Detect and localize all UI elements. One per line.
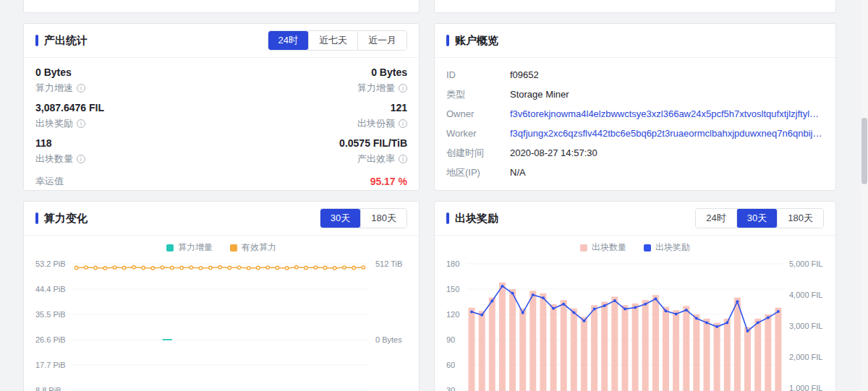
metric-value: 121 xyxy=(221,102,407,114)
svg-text:30: 30 xyxy=(446,386,455,391)
output-stats-grid: 0 Bytes 算力增速i 0 Bytes 算力增量i 3,087.6476 F… xyxy=(24,58,419,166)
metric-label: 算力增速i xyxy=(35,82,221,95)
account-overview-title: 账户概览 xyxy=(446,34,498,48)
svg-text:35.5 PiB: 35.5 PiB xyxy=(35,310,66,319)
power-chart-card: 算力变化 30天 180天 算力增量 有效算力 53.2 PiB44.4 PiB… xyxy=(23,201,420,391)
svg-text:0 Bytes: 0 Bytes xyxy=(375,335,402,344)
svg-text:53.2 PiB: 53.2 PiB xyxy=(35,259,66,268)
tab-reward-180d[interactable]: 180天 xyxy=(777,209,823,228)
previous-card-partial-left xyxy=(23,0,420,13)
metric-value: 0 Bytes xyxy=(35,66,221,79)
metric-label: 算力增量i xyxy=(221,82,407,95)
tab-output-7d[interactable]: 近七天 xyxy=(308,31,357,50)
svg-text:150: 150 xyxy=(446,285,459,293)
scrollbar-track[interactable] xyxy=(861,0,868,391)
account-rows: ID f09652 类型 Storage Miner Owner f3v6tor… xyxy=(435,58,835,182)
svg-text:120: 120 xyxy=(446,310,459,319)
tab-output-1m[interactable]: 近一月 xyxy=(357,31,407,50)
worker-address-link[interactable]: f3qfjungx2xc6qzsflv442tbc6e5bq6p2t3ruaeo… xyxy=(510,128,824,139)
reward-chart-card: 出块奖励 24时 30天 180天 出块数量 出块奖励 1801501209 xyxy=(434,201,836,391)
info-icon[interactable]: i xyxy=(77,119,85,128)
tab-output-24h[interactable]: 24时 xyxy=(268,31,308,50)
info-icon[interactable]: i xyxy=(399,84,407,93)
metric-value: 3,087.6476 FIL xyxy=(35,102,221,114)
luck-row: 幸运值 95.17 % xyxy=(24,166,419,197)
metric-block-rewards: 3,087.6476 FIL 出块奖励i xyxy=(35,102,221,130)
dashboard-page: 产出统计 24时 近七天 近一月 0 Bytes 算力增速i 0 Bytes xyxy=(0,0,868,391)
info-icon[interactable]: i xyxy=(399,119,407,128)
metric-mining-efficiency: 0.0575 FIL/TiB 产出效率i xyxy=(221,137,407,166)
reward-chart-canvas: 1801501209060305,000 FIL4,000 FIL3,000 F… xyxy=(435,255,835,391)
metric-value: 0 Bytes xyxy=(221,66,407,79)
account-row-worker: Worker f3qfjungx2xc6qzsflv442tbc6e5bq6p2… xyxy=(446,124,824,143)
legend-swatch-pink xyxy=(580,244,587,252)
output-stats-header: 产出统计 24时 近七天 近一月 xyxy=(24,24,419,58)
legend-swatch-orange xyxy=(230,244,237,252)
metric-power-increase: 0 Bytes 算力增量i xyxy=(221,66,407,95)
power-chart-title: 算力变化 xyxy=(35,212,88,225)
reward-chart-legend: 出块数量 出块奖励 xyxy=(435,236,835,255)
svg-text:44.4 PiB: 44.4 PiB xyxy=(35,285,66,293)
account-row-region: 地区(IP) N/A xyxy=(446,163,824,182)
title-accent-bar xyxy=(446,35,449,46)
account-overview-header: 账户概览 xyxy=(435,24,835,58)
metric-value: 0.0575 FIL/TiB xyxy=(221,137,407,150)
tab-reward-24h[interactable]: 24时 xyxy=(696,209,736,228)
svg-text:17.7 PiB: 17.7 PiB xyxy=(35,361,66,369)
svg-text:26.6 PiB: 26.6 PiB xyxy=(35,335,66,344)
power-chart-legend: 算力增量 有效算力 xyxy=(24,236,419,255)
svg-text:8.8 PiB: 8.8 PiB xyxy=(35,386,61,391)
card-title-text: 产出统计 xyxy=(44,34,88,48)
svg-text:512 TiB: 512 TiB xyxy=(375,259,402,268)
legend-item-block-reward[interactable]: 出块奖励 xyxy=(644,241,690,254)
metric-blocks-won: 121 出块份额i xyxy=(221,102,407,130)
account-row-type: 类型 Storage Miner xyxy=(446,85,824,104)
account-row-id: ID f09652 xyxy=(446,65,824,85)
legend-item-power-increase[interactable]: 算力增量 xyxy=(166,241,213,254)
metric-power-growth-rate: 0 Bytes 算力增速i xyxy=(35,66,221,95)
metric-label: 出块份额i xyxy=(221,117,407,130)
title-accent-bar xyxy=(35,212,38,224)
power-chart-tabs: 30天 180天 xyxy=(320,208,407,228)
reward-chart-tabs: 24时 30天 180天 xyxy=(695,208,824,228)
svg-text:180: 180 xyxy=(446,259,459,268)
output-stats-tabs: 24时 近七天 近一月 xyxy=(268,30,407,51)
owner-address-link[interactable]: f3v6torekjnowma4l4elzbwwctsye3xzl366aw24… xyxy=(510,108,824,119)
legend-swatch-blue xyxy=(644,244,651,252)
card-title-text: 账户概览 xyxy=(455,34,498,48)
tab-reward-30d[interactable]: 30天 xyxy=(736,209,777,228)
previous-card-partial-right xyxy=(434,0,836,13)
tab-power-30d[interactable]: 30天 xyxy=(320,209,360,228)
output-stats-card: 产出统计 24时 近七天 近一月 0 Bytes 算力增速i 0 Bytes xyxy=(23,23,420,191)
reward-chart-title: 出块奖励 xyxy=(446,212,498,225)
account-row-created: 创建时间 2020-08-27 14:57:30 xyxy=(446,143,824,163)
legend-item-block-count[interactable]: 出块数量 xyxy=(580,241,626,254)
metric-blocks-mined: 118 出块数量i xyxy=(35,137,221,166)
power-chart-canvas: 53.2 PiB44.4 PiB35.5 PiB26.6 PiB17.7 PiB… xyxy=(24,255,419,391)
scrollbar-thumb[interactable] xyxy=(861,118,867,184)
metric-label: 产出效率i xyxy=(221,152,407,166)
metric-label: 出块数量i xyxy=(35,152,221,166)
luck-label: 幸运值 xyxy=(35,175,64,188)
left-column: 产出统计 24时 近七天 近一月 0 Bytes 算力增速i 0 Bytes xyxy=(23,0,420,391)
card-title-text: 出块奖励 xyxy=(455,212,498,225)
svg-text:5,000 FIL: 5,000 FIL xyxy=(789,259,822,268)
reward-chart-header: 出块奖励 24时 30天 180天 xyxy=(435,202,835,236)
account-row-owner: Owner f3v6torekjnowma4l4elzbwwctsye3xzl3… xyxy=(446,104,824,124)
info-icon[interactable]: i xyxy=(399,155,407,163)
metric-label: 出块奖励i xyxy=(35,117,221,130)
info-icon[interactable]: i xyxy=(77,155,85,163)
legend-item-effective-power[interactable]: 有效算力 xyxy=(230,241,276,254)
output-stats-title: 产出统计 xyxy=(35,34,88,48)
legend-swatch-teal xyxy=(166,244,174,252)
title-accent-bar xyxy=(35,35,38,46)
tab-power-180d[interactable]: 180天 xyxy=(360,209,407,228)
svg-text:4,000 FIL: 4,000 FIL xyxy=(789,291,822,299)
svg-text:90: 90 xyxy=(446,335,455,344)
luck-value: 95.17 % xyxy=(370,176,407,187)
svg-text:60: 60 xyxy=(446,361,455,369)
title-accent-bar xyxy=(446,212,449,224)
svg-text:3,000 FIL: 3,000 FIL xyxy=(789,322,822,330)
svg-text:1,000 FIL: 1,000 FIL xyxy=(789,384,822,391)
info-icon[interactable]: i xyxy=(77,84,85,93)
